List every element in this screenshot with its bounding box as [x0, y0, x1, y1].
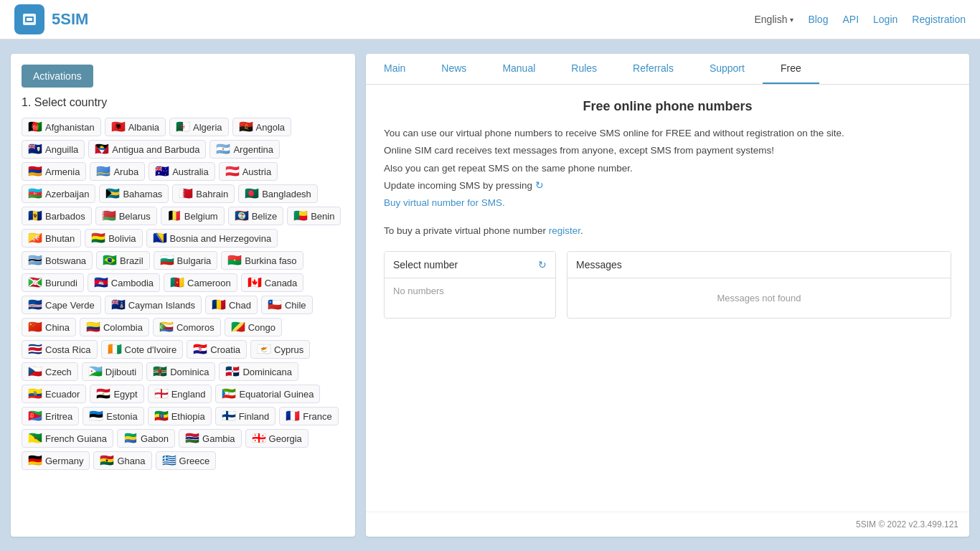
country-item-co[interactable]: 🇨🇴Colombia [80, 318, 149, 336]
country-item-bh[interactable]: 🇧🇭Bahrain [172, 184, 235, 203]
country-item-ag[interactable]: 🇦🇬Antigua and Barbuda [88, 140, 206, 159]
refresh-numbers-icon[interactable]: ↻ [538, 259, 547, 270]
country-item-gf[interactable]: 🇬🇫French Guiana [22, 429, 113, 448]
messages-panel: Messages Messages not found [567, 251, 951, 319]
country-item-do[interactable]: 🇩🇴Dominicana [219, 362, 298, 381]
tab-news[interactable]: News [423, 54, 484, 84]
chevron-down-icon: ▾ [790, 16, 793, 24]
country-item-ao[interactable]: 🇦🇴Angola [232, 118, 291, 136]
flag-icon-az: 🇦🇿 [28, 188, 42, 199]
country-item-at[interactable]: 🇦🇹Austria [219, 162, 278, 181]
country-name: Ethiopia [171, 411, 205, 422]
country-item-bd[interactable]: 🇧🇩Bangladesh [238, 184, 318, 203]
tab-main[interactable]: Main [366, 54, 423, 84]
country-item-cn[interactable]: 🇨🇳China [22, 318, 76, 336]
country-item-bf[interactable]: 🇧🇫Burkina faso [221, 251, 303, 270]
buy-virtual-link[interactable]: Buy virtual number for SMS. [384, 197, 505, 208]
country-item-hr[interactable]: 🇭🇷Croatia [187, 340, 247, 359]
country-item-et[interactable]: 🇪🇹Ethiopia [148, 407, 212, 425]
tab-referrals[interactable]: Referrals [615, 54, 692, 84]
country-item-gb[interactable]: 🏴󠁧󠁢󠁥󠁮󠁧󠁿England [148, 385, 212, 403]
register-link[interactable]: register [549, 225, 580, 236]
country-item-ba[interactable]: 🇧🇦Bosnia and Herzegovina [146, 229, 278, 248]
country-item-bz[interactable]: 🇧🇿Belize [228, 207, 283, 225]
country-item-au[interactable]: 🇦🇺Australia [149, 162, 215, 181]
flag-icon-ky: 🇰🇾 [111, 299, 126, 311]
free-title: Free online phone numbers [384, 99, 951, 114]
country-item-gq[interactable]: 🇬🇶Equatorial Guinea [215, 385, 320, 403]
country-name: Algeria [193, 122, 222, 133]
flag-icon-cr: 🇨🇷 [28, 344, 42, 355]
country-item-ar[interactable]: 🇦🇷Argentina [209, 140, 280, 159]
flag-icon-ec: 🇪🇨 [28, 388, 42, 400]
country-item-bo[interactable]: 🇧🇴Bolivia [85, 229, 142, 248]
country-item-cg[interactable]: 🇨🇬Congo [225, 318, 282, 336]
country-item-cr[interactable]: 🇨🇷Costa Rica [22, 340, 98, 359]
flag-icon-de: 🇩🇪 [28, 455, 42, 466]
country-item-de[interactable]: 🇩🇪Germany [22, 451, 90, 470]
country-item-ci[interactable]: 🇨🇮Cote d'Ivoire [101, 340, 184, 359]
country-item-er[interactable]: 🇪🇷Eritrea [22, 407, 79, 425]
country-item-bs[interactable]: 🇧🇸Bahamas [99, 184, 169, 203]
country-item-gh[interactable]: 🇬🇭Ghana [93, 451, 151, 470]
country-item-br[interactable]: 🇧🇷Brazil [96, 251, 150, 270]
country-item-cy[interactable]: 🇨🇾Cyprus [250, 340, 310, 359]
country-item-bt[interactable]: 🇧🇹Bhutan [22, 229, 81, 248]
country-name: France [303, 411, 331, 422]
country-item-bj[interactable]: 🇧🇯Benin [287, 207, 341, 225]
country-item-bi[interactable]: 🇧🇮Burundi [22, 273, 84, 292]
country-item-al[interactable]: 🇦🇱Albania [105, 118, 166, 136]
country-item-fi[interactable]: 🇫🇮Finland [215, 407, 276, 425]
flag-icon-bh: 🇧🇭 [179, 188, 193, 199]
country-item-km[interactable]: 🇰🇲Comoros [153, 318, 221, 336]
country-item-cv[interactable]: 🇨🇻Cape Verde [22, 296, 101, 314]
country-item-bg[interactable]: 🇧🇬Bulgaria [154, 251, 218, 270]
country-item-am[interactable]: 🇦🇲Armenia [22, 162, 86, 181]
country-name: Gabon [141, 433, 169, 444]
country-item-ec[interactable]: 🇪🇨Ecuador [22, 385, 86, 403]
country-item-by[interactable]: 🇧🇾Belarus [95, 207, 157, 225]
country-item-gr[interactable]: 🇬🇷Greece [156, 451, 217, 470]
country-item-dj[interactable]: 🇩🇯Djibouti [82, 362, 143, 381]
blog-link[interactable]: Blog [808, 14, 828, 25]
tab-manual[interactable]: Manual [484, 54, 553, 84]
country-item-af[interactable]: 🇦🇫Afghanistan [22, 118, 101, 136]
country-item-ky[interactable]: 🇰🇾Cayman Islands [105, 296, 202, 314]
country-item-td[interactable]: 🇹🇩Chad [205, 296, 258, 314]
country-item-ga[interactable]: 🇬🇦Gabon [117, 429, 175, 448]
country-item-ee[interactable]: 🇪🇪Estonia [83, 407, 143, 425]
tab-free[interactable]: Free [763, 54, 819, 84]
country-item-aw[interactable]: 🇦🇼Aruba [90, 162, 145, 181]
flag-icon-do: 🇩🇴 [225, 366, 240, 377]
country-item-bb[interactable]: 🇧🇧Barbados [22, 207, 92, 225]
country-item-gm[interactable]: 🇬🇲Gambia [179, 429, 242, 448]
country-item-kh[interactable]: 🇰🇭Cambodia [88, 273, 160, 292]
country-item-ca[interactable]: 🇨🇦Canada [241, 273, 304, 292]
country-name: China [45, 322, 70, 333]
country-item-fr[interactable]: 🇫🇷France [279, 407, 338, 425]
registration-link[interactable]: Registration [912, 14, 966, 25]
number-messages-area: Select number ↻ No numbers Messages Mess… [384, 251, 951, 319]
country-item-dz[interactable]: 🇩🇿Algeria [169, 118, 228, 136]
country-item-eg[interactable]: 🇪🇬Egypt [90, 385, 143, 403]
country-name: Burundi [45, 278, 77, 288]
tab-support[interactable]: Support [692, 54, 763, 84]
country-item-cz[interactable]: 🇨🇿Czech [22, 362, 78, 381]
country-item-ge[interactable]: 🇬🇪Georgia [245, 429, 308, 448]
country-item-cl[interactable]: 🇨🇱Chile [261, 296, 313, 314]
activations-button[interactable]: Activations [22, 65, 93, 88]
country-item-az[interactable]: 🇦🇿Azerbaijan [22, 184, 95, 203]
login-link[interactable]: Login [873, 14, 897, 25]
country-item-cm[interactable]: 🇨🇲Cameroon [164, 273, 237, 292]
svg-rect-2 [27, 18, 32, 21]
api-link[interactable]: API [842, 14, 859, 25]
country-item-bw[interactable]: 🇧🇼Botswana [22, 251, 93, 270]
country-item-dm[interactable]: 🇩🇲Dominica [146, 362, 215, 381]
country-item-ai[interactable]: 🇦🇮Anguilla [22, 140, 85, 159]
flag-icon-fi: 🇫🇮 [222, 410, 236, 422]
tab-rules[interactable]: Rules [553, 54, 615, 84]
logo-icon [14, 4, 44, 34]
language-selector[interactable]: English ▾ [755, 14, 794, 25]
country-item-be[interactable]: 🇧🇪Belgium [161, 207, 225, 225]
header: 5SIM English ▾ Blog API Login Registrati… [0, 0, 980, 39]
